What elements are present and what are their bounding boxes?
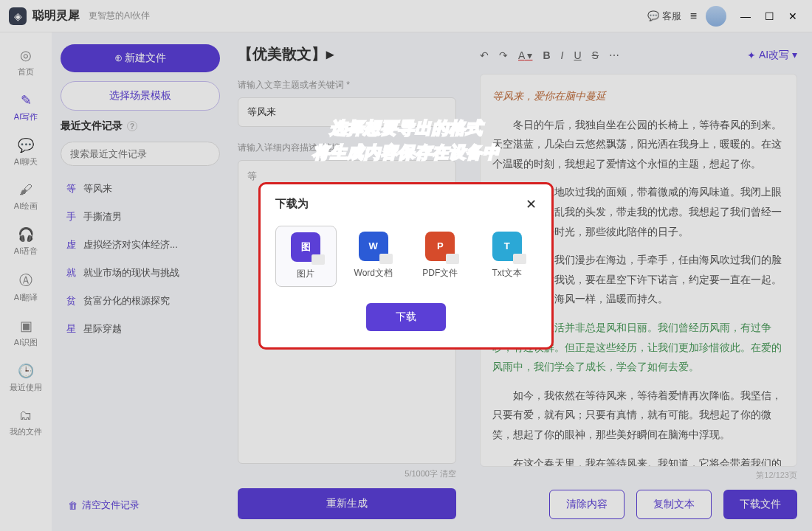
format-icon: T <box>492 232 522 261</box>
format-label: PDF文件 <box>422 267 458 280</box>
dialog-title: 下载为 <box>275 197 309 211</box>
download-confirm-button[interactable]: 下载 <box>366 303 446 331</box>
format-icon: W <box>359 232 388 261</box>
close-icon[interactable]: ✕ <box>526 196 537 212</box>
format-label: Word文档 <box>354 267 393 280</box>
format-icon: 图 <box>291 232 320 262</box>
format-icon: P <box>425 232 455 261</box>
instruction-line-2: 将生成内容保存在设备中 <box>313 140 500 164</box>
format-option-Word文档[interactable]: WWord文档 <box>344 226 404 287</box>
modal-overlay[interactable]: 选择想要导出的格式 将生成内容保存在设备中 下载为 ✕ 图图片WWord文档PP… <box>0 0 812 531</box>
format-option-Txt文本[interactable]: TTxt文本 <box>478 226 537 287</box>
format-option-PDF文件[interactable]: PPDF文件 <box>410 226 470 287</box>
format-option-图片[interactable]: 图图片 <box>275 226 337 287</box>
download-dialog: 下载为 ✕ 图图片WWord文档PPDF文件TTxt文本 下载 <box>258 182 554 350</box>
format-label: Txt文本 <box>492 267 522 280</box>
instruction-overlay: 选择想要导出的格式 将生成内容保存在设备中 <box>313 116 500 164</box>
instruction-line-1: 选择想要导出的格式 <box>313 116 500 140</box>
format-label: 图片 <box>297 268 314 280</box>
